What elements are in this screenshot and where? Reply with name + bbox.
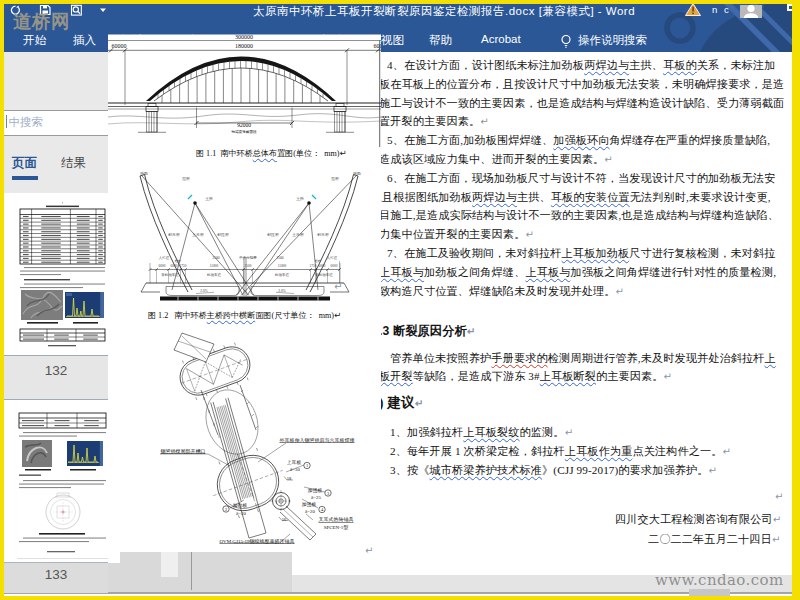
scrollbar-fragment[interactable] [161,552,178,577]
figure2-caption: 图 1.2 南中环桥主桥跨中横断面图(尺寸单位： mm)↵ [148,310,341,321]
svg-text:92000: 92000 [237,122,251,128]
svg-text:拉杆: 拉杆 [181,176,190,181]
svg-text:16: 16 [282,517,287,522]
nav-tab-indicator [12,176,38,180]
nav-tab-pages[interactable]: 页面 [12,155,37,172]
svg-text:钢管拱楔局部开槽口: 钢管拱楔局部开槽口 [161,448,206,455]
hscrollbar-thumb[interactable] [689,589,730,596]
svg-text:非机动车道: 非机动车道 [315,273,333,277]
document-line: 施工与设计不一致的主要因素，也是造成结构与焊缝构造设计缺陷、受力薄弱截面 [379,98,784,109]
document-line: ) 建议↵ [379,396,423,410]
document-line: 1、加强斜拉杆上耳板裂纹的监测。↵ [390,427,573,438]
svg-text:拱肋: 拱肋 [140,171,148,176]
svg-text:6000: 6000 [331,264,338,268]
figure3-paragraph-mark: ↵ [365,545,373,556]
page-number-band-2: 133 [4,562,108,594]
svg-text:1750: 1750 [180,264,187,268]
svg-text:600: 600 [374,43,382,49]
nav-search-text[interactable]: 中搜索 [9,115,44,130]
svg-text:拱肋: 拱肋 [353,171,361,176]
frame-border-top [0,0,800,4]
figure-bridge-elevation: 3000006000018000060092000钢箱梁等截面段 [108,31,381,160]
svg-text:拉杆: 拉杆 [330,176,339,181]
svg-text:4: 4 [321,507,324,512]
svg-text:机动车道: 机动车道 [207,273,222,277]
svg-text:2500: 2500 [213,256,220,260]
document-line: 目施工,是造成实际结构与设计不一致的主要因素,也是造成结构与焊缝构造缺陷、 [379,210,779,221]
figure-panel: 3000006000018000060092000钢箱梁等截面段 图 1.1 南… [108,31,381,550]
svg-text:加强板: 加强板 [302,502,317,507]
navigation-pane: 中搜索 页面 结果 132 133 [4,52,108,592]
svg-text:300000: 300000 [235,34,253,40]
document-line: 造成该区域应力集中、进而开裂的主要因素。↵ [379,154,613,165]
svg-text:2.0%: 2.0% [200,289,208,293]
figure-earplate-detail: 钢管拱楔局部开槽口外耳板伸入钢管拱后与六耳板焊接上耳板δ=3018加强板δ=25… [108,330,381,550]
watermark-site-name: 道桥网 [13,9,70,34]
svg-text:2500: 2500 [277,256,284,260]
svg-text:δ=30: δ=30 [290,467,300,472]
svg-text:斜吊杆: 斜吊杆 [168,232,180,237]
svg-text:主拱: 主拱 [296,196,304,201]
document-line: 2、每年开展 1 次桥梁定检，斜拉杆上耳板作为重点关注构件之一。↵ [390,446,731,457]
svg-text:非机动车道: 非机动车道 [161,273,179,277]
svg-text:主吊杆: 主吊杆 [292,232,304,237]
svg-text:加劲板: 加劲板 [233,503,248,508]
nav-header-block [4,52,108,110]
figure1-caption: 图 1.1 南中环桥总体布置图(单位： mm)↵ [196,148,347,159]
svg-text:15000: 15000 [278,264,287,268]
text-cursor [6,115,7,128]
svg-text:机动车道: 机动车道 [275,273,290,277]
page-number-132[interactable]: 132 [4,363,108,378]
svg-text:180000: 180000 [235,43,253,49]
figure2-paragraph-mark: ↵ [334,281,342,292]
page-number-133[interactable]: 133 [4,567,108,582]
document-line: 力集中位置开裂的主要因素。↵ [379,229,534,240]
document-line: 四川交大工程检测咨询有限公司↵ [615,514,781,525]
page-thumbnail-132[interactable] [17,202,108,353]
screenshot-frame: 太原南中环桥上耳板开裂断裂原因鉴定检测报告.docx [兼容模式] - Word… [0,0,800,600]
svg-text:叉耳式热铸锚具: 叉耳式热铸锚具 [319,516,354,522]
svg-text:钢箱梁等截面段: 钢箱梁等截面段 [230,129,257,134]
svg-text:δ=25: δ=25 [311,495,321,500]
svg-text:6000: 6000 [171,264,178,268]
svg-text:栏杆: 栏杆 [314,259,322,263]
nav-search-box[interactable]: 中搜索 [4,111,108,134]
svg-text:加强板: 加强板 [308,488,323,493]
svg-text:18: 18 [287,476,292,481]
svg-text:主吊杆: 主吊杆 [192,232,204,237]
svg-text:1: 1 [306,463,308,468]
svg-text:2: 2 [225,507,227,512]
document-line: ,且根据图纸加劲板两焊边与主拱、耳板的安装位置无法判别时,未要求设计变更, [379,192,771,203]
svg-text:6000: 6000 [159,264,166,268]
frame-border-right [792,0,800,600]
svg-text:上耳板: 上耳板 [287,459,302,465]
document-line: 3、按《城市桥梁养护技术标准》(CJJ 99-2017)的要求加强养护。↵ [390,465,717,476]
svg-text:人行道: 人行道 [327,256,338,260]
canvas-gap-notch [108,552,120,563]
svg-text:OVM.GJ15-19钢绞线整束挤压锚具: OVM.GJ15-19钢绞线整束挤压锚具 [219,538,294,545]
document-line: 7、在施工及验收期间，未对斜拉杆上耳板加劲板尺寸进行复核检测，未对斜拉 [387,248,776,259]
statusbar-divider [191,552,192,590]
page-thumbnail-133[interactable] [17,409,108,559]
frame-border-left [0,0,4,600]
svg-text:3: 3 [327,491,330,496]
svg-text:外耳板伸入钢管拱后与六耳板焊接: 外耳板伸入钢管拱后与六耳板焊接 [280,437,355,444]
document-line: .3 断裂原因分析↵ [379,325,475,337]
document-line: 4、在设计方面，设计图纸未标注加劲板两焊边与主拱、耳板的关系，未标注加 [387,60,776,71]
svg-text:栏杆: 栏杆 [174,259,182,263]
svg-text:δ=20: δ=20 [305,509,315,514]
svg-text:15000: 15000 [210,264,219,268]
document-line: 上耳板与加劲板之间角焊缝、上耳板与加强板之间角焊缝进行针对性的质量检测, [379,267,776,278]
nav-tab-results[interactable]: 结果 [61,155,86,172]
document-line: 板开裂等缺陷，是造成下游东 3#上耳板断裂的主要因素。↵ [379,371,672,382]
svg-text:斜拉杆: 斜拉杆 [217,232,229,237]
document-line: 置开裂的主要因素。↵ [379,116,489,127]
svg-text:2.0%: 2.0% [278,289,286,293]
statusbar-bottom-line [4,592,792,594]
svg-text:1750: 1750 [310,264,317,268]
svg-text:6000: 6000 [319,264,326,268]
nav-tabs-block: 页面 结果 [4,136,108,194]
svg-text:人行道: 人行道 [159,256,170,260]
page-number-band: 132 [4,355,108,400]
svg-text:斜吊杆: 斜吊杆 [317,232,329,237]
